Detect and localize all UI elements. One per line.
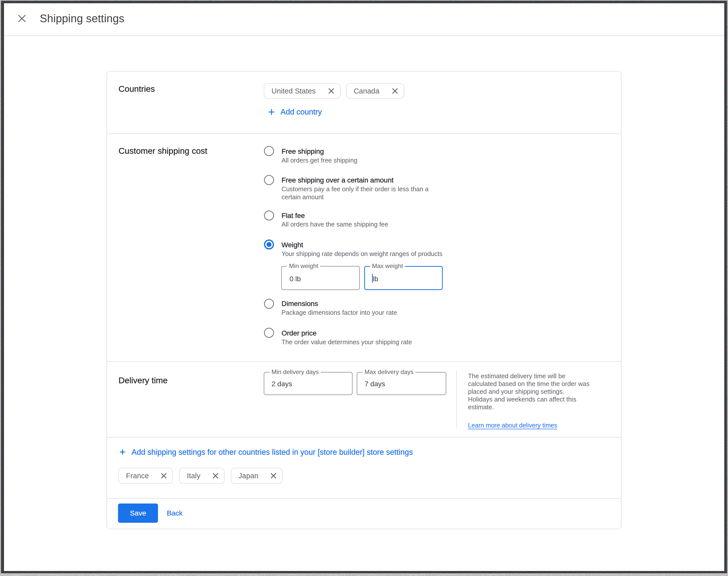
delivery-note: The estimated delivery time will be calc… [468, 372, 589, 411]
dialog-header: Shipping settings [4, 3, 724, 35]
radio-label[interactable]: Dimensions [282, 300, 318, 307]
min-weight-field[interactable]: Min weight 0 lb [281, 266, 360, 290]
country-chip-row: United States Canada [264, 83, 404, 99]
min-delivery-days-field[interactable]: Min delivery days 2 days [264, 372, 352, 395]
radio-weight[interactable] [264, 239, 274, 250]
radio-free-shipping-over-amount[interactable] [264, 175, 274, 185]
plus-icon [119, 449, 125, 455]
chip-japan[interactable]: Japan [231, 468, 283, 484]
chip-label: United States [271, 87, 316, 95]
back-button[interactable]: Back [167, 510, 182, 517]
radio-label[interactable]: Flat fee [282, 212, 305, 219]
page-title: Shipping settings [40, 13, 124, 24]
remove-icon[interactable] [328, 88, 334, 94]
field-value: lb [372, 276, 378, 283]
section-divider [107, 498, 621, 499]
field-label: Max weight [370, 263, 405, 269]
radio-free-shipping[interactable] [264, 146, 274, 156]
radio-label[interactable]: Weight [282, 241, 303, 249]
chip-italy[interactable]: Italy [179, 468, 224, 484]
section-divider [107, 134, 621, 134]
learn-more-link[interactable]: Learn more about delivery times [468, 422, 557, 429]
radio-flat-fee[interactable] [264, 210, 274, 221]
note-divider [456, 371, 457, 429]
radio-description: The order value determines your shipping… [282, 338, 412, 346]
plus-icon [268, 109, 275, 115]
radio-dimensions[interactable] [264, 299, 274, 309]
max-delivery-days-field[interactable]: Max delivery days 7 days [357, 372, 446, 395]
text-caret [372, 274, 373, 283]
field-value: 2 days [271, 380, 292, 387]
radio-description: All orders get free shipping [282, 156, 357, 164]
max-weight-field[interactable]: Max weight lb [364, 266, 443, 290]
field-value: 0 lb [290, 276, 301, 283]
chip-label: France [126, 472, 149, 480]
remove-icon[interactable] [270, 473, 276, 479]
radio-description: Package dimensions factor into your rate [282, 309, 397, 317]
shipping-cost-section-label: Customer shipping cost [118, 146, 207, 155]
radio-description: Your shipping rate depends on weight ran… [282, 250, 442, 258]
radio-description: All orders have the same shipping fee [282, 220, 388, 228]
chip-label: Italy [187, 472, 200, 480]
settings-card: Countries United States Canada Add count… [107, 71, 621, 529]
countries-section-label: Countries [118, 85, 155, 93]
close-icon[interactable] [18, 14, 26, 23]
chip-canada[interactable]: Canada [346, 83, 404, 99]
remove-icon[interactable] [392, 88, 398, 94]
section-divider [107, 361, 621, 362]
field-value: 7 days [365, 380, 385, 387]
radio-label[interactable]: Free shipping over a certain amount [282, 177, 394, 184]
section-divider [107, 437, 621, 437]
chip-label: Canada [354, 87, 379, 95]
radio-order-price[interactable] [264, 328, 274, 338]
radio-label[interactable]: Order price [282, 330, 317, 337]
field-label: Max delivery days [362, 369, 415, 375]
add-shipping-settings-label: Add shipping settings for other countrie… [132, 448, 413, 456]
chip-united-states[interactable]: United States [264, 83, 341, 99]
radio-label[interactable]: Free shipping [282, 148, 324, 155]
delivery-section-label: Delivery time [118, 376, 168, 384]
chip-france[interactable]: France [118, 468, 173, 484]
radio-description: Customers pay a fee only if their order … [282, 185, 429, 201]
field-label: Min delivery days [269, 369, 321, 375]
remove-icon[interactable] [161, 473, 167, 479]
header-divider [4, 35, 724, 36]
field-label: Min weight [287, 263, 320, 269]
remove-icon[interactable] [212, 473, 219, 479]
chip-label: Japan [238, 472, 259, 480]
save-button[interactable]: Save [118, 503, 158, 523]
other-country-chip-row: France Italy Japan [118, 468, 283, 484]
dialog-page: Shipping settings Countries United State… [4, 3, 724, 571]
add-country-label: Add country [281, 108, 322, 116]
